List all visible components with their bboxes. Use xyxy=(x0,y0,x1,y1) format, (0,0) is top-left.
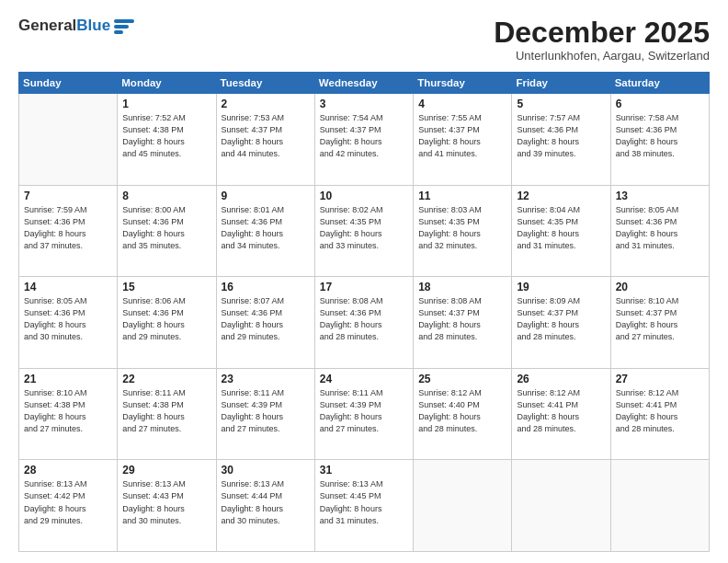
day-number: 31 xyxy=(320,464,408,477)
calendar-cell: 7Sunrise: 7:59 AM Sunset: 4:36 PM Daylig… xyxy=(19,185,118,277)
header-day-thursday: Thursday xyxy=(414,73,512,94)
day-info: Sunrise: 8:11 AM Sunset: 4:39 PM Dayligh… xyxy=(222,387,310,435)
calendar-cell: 1Sunrise: 7:52 AM Sunset: 4:38 PM Daylig… xyxy=(118,94,216,186)
calendar-body: 1Sunrise: 7:52 AM Sunset: 4:38 PM Daylig… xyxy=(19,94,710,552)
day-info: Sunrise: 7:57 AM Sunset: 4:36 PM Dayligh… xyxy=(517,112,605,160)
calendar-cell: 11Sunrise: 8:03 AM Sunset: 4:35 PM Dayli… xyxy=(414,185,512,277)
header-day-sunday: Sunday xyxy=(19,73,118,94)
day-number: 29 xyxy=(122,464,210,477)
day-info: Sunrise: 8:04 AM Sunset: 4:35 PM Dayligh… xyxy=(517,204,605,252)
header-day-wednesday: Wednesday xyxy=(314,73,413,94)
day-info: Sunrise: 8:00 AM Sunset: 4:36 PM Dayligh… xyxy=(122,204,210,252)
day-number: 22 xyxy=(122,373,210,385)
day-number: 15 xyxy=(122,281,210,293)
calendar-cell: 8Sunrise: 8:00 AM Sunset: 4:36 PM Daylig… xyxy=(118,185,216,277)
day-info: Sunrise: 8:13 AM Sunset: 4:43 PM Dayligh… xyxy=(122,478,210,526)
day-number: 17 xyxy=(320,281,408,293)
calendar-cell: 6Sunrise: 7:58 AM Sunset: 4:36 PM Daylig… xyxy=(610,94,709,186)
day-info: Sunrise: 8:11 AM Sunset: 4:39 PM Dayligh… xyxy=(320,387,408,435)
day-number: 10 xyxy=(320,190,408,202)
week-row-3: 21Sunrise: 8:10 AM Sunset: 4:38 PM Dayli… xyxy=(19,368,710,460)
week-row-1: 7Sunrise: 7:59 AM Sunset: 4:36 PM Daylig… xyxy=(19,185,710,277)
week-row-4: 28Sunrise: 8:13 AM Sunset: 4:42 PM Dayli… xyxy=(19,460,710,552)
day-number: 25 xyxy=(418,373,506,385)
month-title: December 2025 xyxy=(494,17,710,49)
logo-general: General xyxy=(18,17,76,34)
calendar-cell: 15Sunrise: 8:06 AM Sunset: 4:36 PM Dayli… xyxy=(118,277,216,369)
day-info: Sunrise: 8:12 AM Sunset: 4:41 PM Dayligh… xyxy=(616,387,704,435)
calendar-cell: 21Sunrise: 8:10 AM Sunset: 4:38 PM Dayli… xyxy=(19,368,118,460)
day-info: Sunrise: 8:10 AM Sunset: 4:37 PM Dayligh… xyxy=(616,295,704,343)
day-info: Sunrise: 8:12 AM Sunset: 4:41 PM Dayligh… xyxy=(517,387,605,435)
day-info: Sunrise: 8:12 AM Sunset: 4:40 PM Dayligh… xyxy=(418,387,506,435)
location: Unterlunkhofen, Aargau, Switzerland xyxy=(494,49,710,63)
day-info: Sunrise: 7:59 AM Sunset: 4:36 PM Dayligh… xyxy=(24,204,112,252)
day-info: Sunrise: 7:52 AM Sunset: 4:38 PM Dayligh… xyxy=(122,112,210,160)
header-day-tuesday: Tuesday xyxy=(216,73,314,94)
calendar-cell: 30Sunrise: 8:13 AM Sunset: 4:44 PM Dayli… xyxy=(216,460,314,552)
day-info: Sunrise: 8:11 AM Sunset: 4:38 PM Dayligh… xyxy=(122,387,210,435)
day-info: Sunrise: 8:06 AM Sunset: 4:36 PM Dayligh… xyxy=(122,295,210,343)
calendar-cell: 24Sunrise: 8:11 AM Sunset: 4:39 PM Dayli… xyxy=(314,368,413,460)
logo-line1 xyxy=(114,19,134,23)
calendar-header: SundayMondayTuesdayWednesdayThursdayFrid… xyxy=(19,73,710,94)
calendar-cell: 16Sunrise: 8:07 AM Sunset: 4:36 PM Dayli… xyxy=(216,277,314,369)
day-number: 26 xyxy=(517,373,605,385)
day-number: 1 xyxy=(122,98,210,110)
day-info: Sunrise: 8:08 AM Sunset: 4:37 PM Dayligh… xyxy=(418,295,506,343)
header-row: SundayMondayTuesdayWednesdayThursdayFrid… xyxy=(19,73,710,94)
calendar-cell xyxy=(19,94,118,186)
day-number: 24 xyxy=(320,373,408,385)
day-number: 5 xyxy=(517,98,605,110)
day-number: 8 xyxy=(122,190,210,202)
day-info: Sunrise: 8:13 AM Sunset: 4:45 PM Dayligh… xyxy=(320,478,408,526)
calendar-cell: 28Sunrise: 8:13 AM Sunset: 4:42 PM Dayli… xyxy=(19,460,118,552)
header-day-friday: Friday xyxy=(512,73,610,94)
day-info: Sunrise: 8:08 AM Sunset: 4:36 PM Dayligh… xyxy=(320,295,408,343)
day-number: 7 xyxy=(24,190,112,202)
logo-line2 xyxy=(114,25,129,29)
day-number: 19 xyxy=(517,281,605,293)
day-info: Sunrise: 8:03 AM Sunset: 4:35 PM Dayligh… xyxy=(418,204,506,252)
day-number: 11 xyxy=(418,190,506,202)
day-info: Sunrise: 7:54 AM Sunset: 4:37 PM Dayligh… xyxy=(320,112,408,160)
calendar-cell: 20Sunrise: 8:10 AM Sunset: 4:37 PM Dayli… xyxy=(610,277,709,369)
calendar-cell: 23Sunrise: 8:11 AM Sunset: 4:39 PM Dayli… xyxy=(216,368,314,460)
calendar-cell: 22Sunrise: 8:11 AM Sunset: 4:38 PM Dayli… xyxy=(118,368,216,460)
calendar-cell: 26Sunrise: 8:12 AM Sunset: 4:41 PM Dayli… xyxy=(512,368,610,460)
logo-lines-icon xyxy=(114,19,134,34)
day-number: 23 xyxy=(222,373,310,385)
title-block: December 2025 Unterlunkhofen, Aargau, Sw… xyxy=(494,17,710,63)
header-day-saturday: Saturday xyxy=(610,73,709,94)
day-info: Sunrise: 8:02 AM Sunset: 4:35 PM Dayligh… xyxy=(320,204,408,252)
day-number: 27 xyxy=(616,373,704,385)
calendar-cell: 3Sunrise: 7:54 AM Sunset: 4:37 PM Daylig… xyxy=(314,94,413,186)
day-info: Sunrise: 8:09 AM Sunset: 4:37 PM Dayligh… xyxy=(517,295,605,343)
page: GeneralBlue December 2025 Unterlunkhofen… xyxy=(0,0,728,563)
logo: GeneralBlue xyxy=(18,17,134,35)
day-number: 18 xyxy=(418,281,506,293)
day-number: 21 xyxy=(24,373,112,385)
day-info: Sunrise: 7:55 AM Sunset: 4:37 PM Dayligh… xyxy=(418,112,506,160)
day-info: Sunrise: 8:07 AM Sunset: 4:36 PM Dayligh… xyxy=(222,295,310,343)
calendar-cell xyxy=(512,460,610,552)
calendar-cell xyxy=(610,460,709,552)
calendar-cell: 31Sunrise: 8:13 AM Sunset: 4:45 PM Dayli… xyxy=(314,460,413,552)
day-number: 14 xyxy=(24,281,112,293)
day-number: 6 xyxy=(616,98,704,110)
day-number: 16 xyxy=(222,281,310,293)
calendar-cell: 2Sunrise: 7:53 AM Sunset: 4:37 PM Daylig… xyxy=(216,94,314,186)
calendar-cell: 9Sunrise: 8:01 AM Sunset: 4:36 PM Daylig… xyxy=(216,185,314,277)
day-number: 9 xyxy=(222,190,310,202)
day-number: 3 xyxy=(320,98,408,110)
calendar-cell xyxy=(414,460,512,552)
calendar-cell: 14Sunrise: 8:05 AM Sunset: 4:36 PM Dayli… xyxy=(19,277,118,369)
header-day-monday: Monday xyxy=(118,73,216,94)
week-row-2: 14Sunrise: 8:05 AM Sunset: 4:36 PM Dayli… xyxy=(19,277,710,369)
week-row-0: 1Sunrise: 7:52 AM Sunset: 4:38 PM Daylig… xyxy=(19,94,710,186)
calendar-cell: 5Sunrise: 7:57 AM Sunset: 4:36 PM Daylig… xyxy=(512,94,610,186)
day-info: Sunrise: 8:01 AM Sunset: 4:36 PM Dayligh… xyxy=(222,204,310,252)
calendar-cell: 17Sunrise: 8:08 AM Sunset: 4:36 PM Dayli… xyxy=(314,277,413,369)
day-number: 2 xyxy=(222,98,310,110)
day-number: 20 xyxy=(616,281,704,293)
